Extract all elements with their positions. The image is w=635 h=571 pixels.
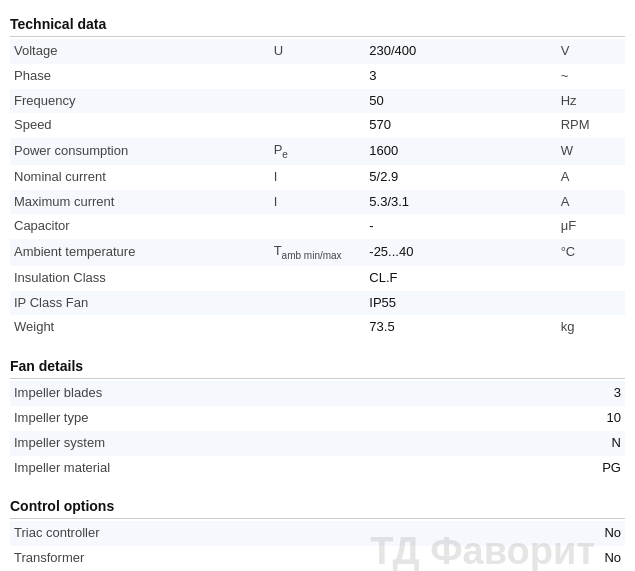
row-value: 5/2.9 xyxy=(365,165,556,190)
table-row: Speed 570 RPM xyxy=(10,113,625,138)
row-label: Impeller system xyxy=(10,431,282,456)
section-header-technical: Technical data xyxy=(10,8,625,37)
technical-data-table: Voltage U 230/400 V Phase 3 ~ Frequency … xyxy=(10,39,625,340)
row-label: Phase xyxy=(10,64,270,89)
row-label: Impeller material xyxy=(10,456,282,481)
row-value: PG xyxy=(282,456,625,481)
table-row: Nominal current I 5/2.9 A xyxy=(10,165,625,190)
table-row: Transformer No xyxy=(10,546,625,571)
row-label: Power consumption xyxy=(10,138,270,165)
row-label: Maximum current xyxy=(10,190,270,215)
row-symbol: I xyxy=(270,190,366,215)
row-unit: kg xyxy=(557,315,625,340)
row-value: 1600 xyxy=(365,138,556,165)
row-unit: ~ xyxy=(557,64,625,89)
row-symbol: U xyxy=(270,39,366,64)
row-label: Frequency xyxy=(10,89,270,114)
table-row: Impeller type 10 xyxy=(10,406,625,431)
row-value: 3 xyxy=(282,381,625,406)
table-row: Impeller material PG xyxy=(10,456,625,481)
row-label: Impeller type xyxy=(10,406,282,431)
table-row: Triac controller No xyxy=(10,521,625,546)
row-value: - xyxy=(365,214,556,239)
table-row: Ambient temperature Tamb min/max -25...4… xyxy=(10,239,625,266)
row-unit: V xyxy=(557,39,625,64)
row-unit: Hz xyxy=(557,89,625,114)
section-header-control: Control options xyxy=(10,490,625,519)
row-value: 73.5 xyxy=(365,315,556,340)
row-symbol xyxy=(270,214,366,239)
fan-details-table: Impeller blades 3 Impeller type 10 Impel… xyxy=(10,381,625,480)
main-container: Technical data Voltage U 230/400 V Phase… xyxy=(0,0,635,571)
row-unit xyxy=(557,266,625,291)
row-symbol: I xyxy=(270,165,366,190)
table-row: Impeller system N xyxy=(10,431,625,456)
row-symbol: Tamb min/max xyxy=(270,239,366,266)
row-label: Voltage xyxy=(10,39,270,64)
row-unit xyxy=(557,291,625,316)
row-label: IP Class Fan xyxy=(10,291,270,316)
table-row: Frequency 50 Hz xyxy=(10,89,625,114)
section-header-fan: Fan details xyxy=(10,350,625,379)
table-row: Voltage U 230/400 V xyxy=(10,39,625,64)
row-value: N xyxy=(282,431,625,456)
row-value: 570 xyxy=(365,113,556,138)
row-value: 3 xyxy=(365,64,556,89)
row-symbol xyxy=(270,266,366,291)
row-unit: RPM xyxy=(557,113,625,138)
row-value: No xyxy=(282,546,625,571)
row-label: Speed xyxy=(10,113,270,138)
row-symbol xyxy=(270,113,366,138)
table-row: Insulation Class CL.F xyxy=(10,266,625,291)
control-options-table: Triac controller No Transformer No Frequ… xyxy=(10,521,625,571)
row-symbol xyxy=(270,291,366,316)
row-symbol xyxy=(270,89,366,114)
row-unit: A xyxy=(557,165,625,190)
row-symbol xyxy=(270,64,366,89)
row-unit: °C xyxy=(557,239,625,266)
row-symbol: Pe xyxy=(270,138,366,165)
row-symbol xyxy=(270,315,366,340)
row-unit: W xyxy=(557,138,625,165)
table-row: Impeller blades 3 xyxy=(10,381,625,406)
table-row: IP Class Fan IP55 xyxy=(10,291,625,316)
row-value: CL.F xyxy=(365,266,556,291)
table-row: Power consumption Pe 1600 W xyxy=(10,138,625,165)
row-value: 230/400 xyxy=(365,39,556,64)
row-label: Impeller blades xyxy=(10,381,282,406)
row-label: Transformer xyxy=(10,546,282,571)
row-label: Triac controller xyxy=(10,521,282,546)
row-label: Nominal current xyxy=(10,165,270,190)
row-unit: μF xyxy=(557,214,625,239)
table-row: Phase 3 ~ xyxy=(10,64,625,89)
row-label: Weight xyxy=(10,315,270,340)
row-label: Insulation Class xyxy=(10,266,270,291)
row-value: IP55 xyxy=(365,291,556,316)
row-label: Capacitor xyxy=(10,214,270,239)
table-row: Maximum current I 5.3/3.1 A xyxy=(10,190,625,215)
row-unit: A xyxy=(557,190,625,215)
table-row: Capacitor - μF xyxy=(10,214,625,239)
row-value: 10 xyxy=(282,406,625,431)
row-value: -25...40 xyxy=(365,239,556,266)
row-label: Ambient temperature xyxy=(10,239,270,266)
row-value: No xyxy=(282,521,625,546)
row-value: 50 xyxy=(365,89,556,114)
table-row: Weight 73.5 kg xyxy=(10,315,625,340)
row-value: 5.3/3.1 xyxy=(365,190,556,215)
